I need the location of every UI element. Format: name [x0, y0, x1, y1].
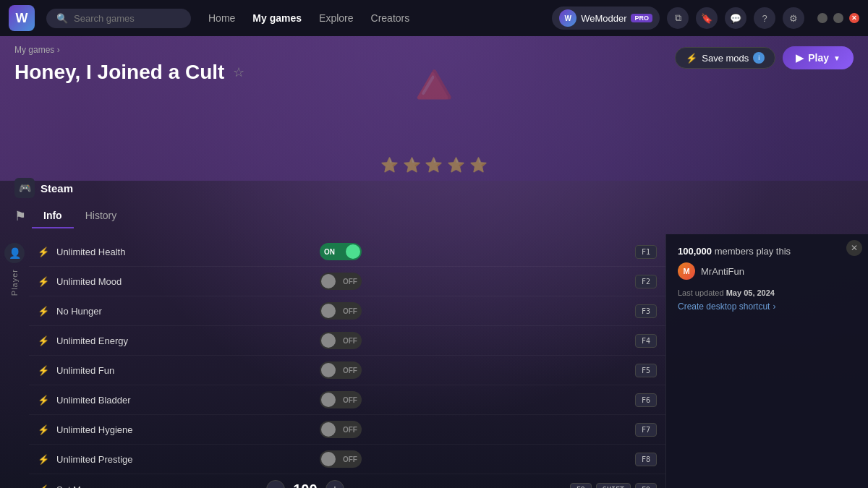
toggle-unlimited-health[interactable]: ON: [320, 243, 362, 260]
toggle-label-off: OFF: [343, 278, 357, 286]
search-bar[interactable]: 🔍: [46, 9, 191, 28]
mod-row-set-money: ⚡ Set Money − 100 + F9 SHIFT F9: [29, 474, 665, 488]
bolt-icon-prestige: ⚡: [38, 454, 49, 465]
toggle-unlimited-mood[interactable]: OFF: [320, 273, 362, 290]
desktop-shortcut-link[interactable]: Create desktop shortcut ›: [678, 301, 856, 312]
toggle-unlimited-energy[interactable]: OFF: [320, 332, 362, 349]
toggle-knob: [321, 422, 336, 437]
settings-icon-btn[interactable]: ⚙: [783, 7, 804, 29]
bolt-icon-bladder: ⚡: [38, 395, 49, 406]
info-panel-close-button[interactable]: ✕: [846, 240, 862, 256]
pro-badge: PRO: [631, 14, 652, 22]
player-icon: 👤: [4, 243, 25, 263]
mod-row-unlimited-health: ⚡ Unlimited Health ON F1: [29, 237, 665, 267]
toggle-no-hunger[interactable]: OFF: [320, 302, 362, 320]
steam-icon: 🎮: [14, 178, 35, 198]
close-button[interactable]: ✕: [849, 13, 859, 23]
header-actions: ⚡ Save mods i ▶ Play ▼: [675, 46, 854, 69]
mod-name-unlimited-health: Unlimited Health: [56, 247, 312, 257]
maximize-button[interactable]: □: [833, 13, 843, 23]
mods-list: ⚡ Unlimited Health ON F1 ⚡ Unlimited Moo…: [29, 234, 665, 488]
mod-name-unlimited-bladder: Unlimited Bladder: [56, 395, 312, 406]
mod-name-unlimited-fun: Unlimited Fun: [56, 365, 312, 376]
bolt-icon-hunger: ⚡: [38, 306, 49, 317]
bookmark-icon-btn[interactable]: 🔖: [696, 7, 718, 29]
mod-row-unlimited-mood: ⚡ Unlimited Mood OFF F2: [29, 267, 665, 296]
user-section: W WeModder PRO ⧉ 🔖 💬 ? ⚙ — □ ✕: [552, 7, 859, 30]
mod-row-unlimited-prestige: ⚡ Unlimited Prestige OFF F8: [29, 445, 665, 474]
mod-name-unlimited-mood: Unlimited Mood: [56, 276, 312, 287]
user-badge[interactable]: W WeModder PRO: [552, 7, 660, 30]
side-panel: 👤 Player: [0, 234, 29, 488]
toggle-knob: [321, 393, 336, 407]
members-number: 100,000: [678, 246, 712, 257]
key-badge-f3: F3: [635, 304, 657, 318]
money-key-combo: F9 SHIFT F9: [567, 483, 657, 489]
toggle-label-off: OFF: [343, 337, 357, 345]
arrow-right-icon: ›: [773, 301, 775, 312]
search-input[interactable]: [74, 13, 175, 24]
hero-section: ⚡ Save mods i ▶ Play ▼ My games › Honey,…: [0, 36, 868, 488]
key-f9-2: F9: [635, 483, 657, 489]
toggle-knob: [346, 244, 360, 259]
top-navigation: W 🔍 Home My games Explore Creators W WeM…: [0, 0, 868, 36]
copy-icon-btn[interactable]: ⧉: [667, 7, 689, 29]
toggle-knob: [321, 452, 336, 466]
last-updated-date: May 05, 2024: [726, 288, 775, 297]
bolt-icon-hygiene: ⚡: [38, 424, 49, 435]
platform-name: Steam: [41, 182, 73, 194]
money-increase-button[interactable]: +: [326, 480, 344, 488]
nav-explore[interactable]: Explore: [319, 12, 353, 24]
breadcrumb-my-games[interactable]: My games: [14, 45, 54, 55]
money-value: 100: [291, 481, 320, 489]
toggle-unlimited-fun[interactable]: OFF: [320, 361, 362, 379]
tab-info[interactable]: Info: [32, 204, 74, 228]
toggle-unlimited-hygiene[interactable]: OFF: [320, 421, 362, 438]
minimize-button[interactable]: —: [817, 13, 827, 23]
nav-links: Home My games Explore Creators: [208, 12, 409, 24]
mod-row-unlimited-bladder: ⚡ Unlimited Bladder OFF F6: [29, 385, 665, 415]
discord-icon-btn[interactable]: 💬: [725, 7, 746, 29]
bolt-icon-energy: ⚡: [38, 335, 49, 346]
last-updated-label: Last updated: [678, 288, 724, 297]
toggle-unlimited-prestige[interactable]: OFF: [320, 450, 362, 468]
shortcut-label: Create desktop shortcut: [678, 301, 770, 312]
save-mods-button[interactable]: ⚡ Save mods i: [675, 47, 775, 69]
key-badge-f4: F4: [635, 334, 657, 348]
toggle-label-off: OFF: [343, 455, 357, 463]
play-icon: ▶: [796, 52, 804, 64]
tab-history[interactable]: History: [74, 204, 129, 228]
bolt-icon-mood: ⚡: [38, 276, 49, 287]
toggle-knob: [321, 274, 336, 288]
toggle-label-on: ON: [324, 248, 335, 256]
members-count: 100,000 members play this: [678, 246, 856, 257]
chevron-down-icon: ▼: [833, 54, 841, 62]
nav-home[interactable]: Home: [208, 12, 235, 24]
help-icon-btn[interactable]: ?: [754, 7, 775, 29]
mod-name-set-money: Set Money: [56, 484, 259, 489]
mod-name-no-hunger: No Hunger: [56, 306, 312, 317]
play-label: Play: [808, 52, 829, 64]
mod-row-unlimited-energy: ⚡ Unlimited Energy OFF F4: [29, 326, 665, 356]
play-button[interactable]: ▶ Play ▼: [783, 46, 854, 69]
money-decrease-button[interactable]: −: [266, 480, 285, 488]
key-badge-f5: F5: [635, 364, 657, 377]
user-name: WeModder: [581, 13, 626, 24]
bolt-icon-health: ⚡: [38, 247, 49, 257]
nav-my-games[interactable]: My games: [252, 12, 302, 24]
members-label: members play this: [715, 246, 791, 257]
key-shift: SHIFT: [596, 483, 631, 489]
toggle-unlimited-bladder[interactable]: OFF: [320, 391, 362, 408]
window-controls: — □ ✕: [817, 13, 859, 23]
game-title: Honey, I Joined a Cult: [14, 61, 224, 84]
app-logo: W: [9, 5, 35, 31]
nav-creators[interactable]: Creators: [371, 12, 410, 24]
toggle-label-off: OFF: [343, 367, 357, 374]
user-avatar-icon: W: [559, 9, 576, 27]
flag-icon[interactable]: ⚑: [14, 208, 26, 224]
toggle-label-off: OFF: [343, 426, 357, 434]
key-badge-f6: F6: [635, 393, 657, 407]
mod-row-unlimited-fun: ⚡ Unlimited Fun OFF F5: [29, 356, 665, 385]
mod-name-unlimited-hygiene: Unlimited Hygiene: [56, 424, 312, 435]
favorite-star-icon[interactable]: ☆: [233, 64, 244, 80]
